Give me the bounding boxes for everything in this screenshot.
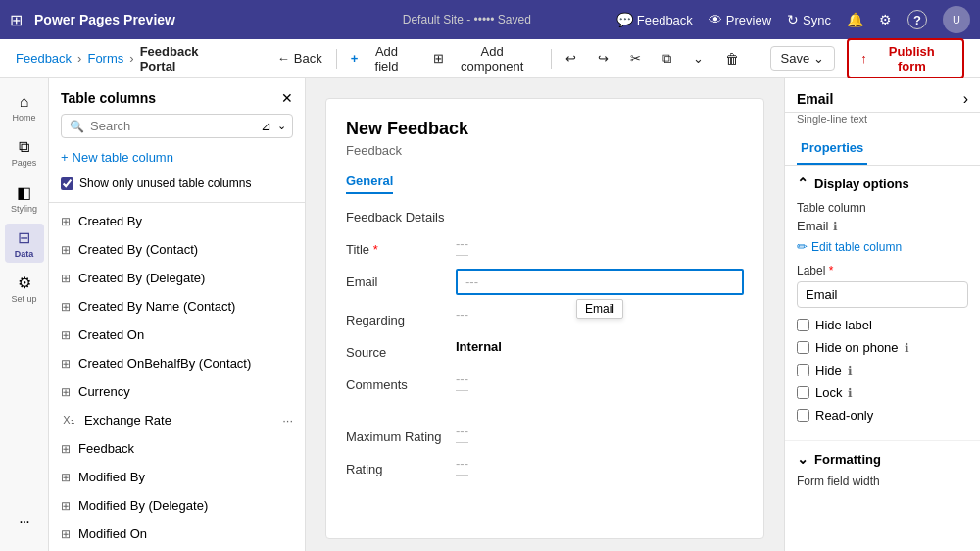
edit-table-column-link[interactable]: Edit table column: [797, 239, 968, 254]
more-button[interactable]: [685, 47, 711, 70]
add-component-button[interactable]: ⊞ Add component: [425, 40, 545, 77]
left-sidebar: Home ⧉ Pages ◧ Styling ⊟ Data ⚙ Set up ·…: [0, 78, 49, 551]
redo-button[interactable]: [590, 47, 616, 70]
right-panel-title: Email: [797, 91, 833, 107]
styling-label: Styling: [11, 204, 37, 214]
close-panel-button[interactable]: [281, 90, 293, 106]
help-icon[interactable]: [907, 10, 927, 29]
list-item[interactable]: Modified On: [49, 520, 305, 548]
save-label: Save: [781, 51, 810, 66]
publish-label: Publish form: [873, 44, 951, 74]
display-options-header[interactable]: Display options: [797, 175, 968, 191]
sync-action[interactable]: Sync: [787, 12, 831, 27]
data-label: Data: [15, 249, 34, 259]
form-subtitle: Feedback: [346, 143, 744, 158]
tab-properties[interactable]: Properties: [797, 132, 867, 165]
feedback-label: Feedback: [637, 13, 693, 27]
delete-icon: [725, 51, 739, 67]
field-value-source: Internal: [456, 339, 744, 354]
form-tab-general[interactable]: General: [346, 174, 393, 194]
list-item[interactable]: Created OnBehalfBy (Contact): [49, 349, 305, 377]
sidebar-item-styling[interactable]: ◧ Styling: [5, 178, 44, 218]
back-label: Back: [294, 51, 322, 66]
list-item[interactable]: Created By (Delegate): [49, 264, 305, 292]
save-button[interactable]: Save: [770, 46, 836, 71]
show-unused-checkbox[interactable]: [61, 177, 74, 190]
hide-phone-checkbox[interactable]: [797, 341, 809, 354]
form-section-title: Feedback Details: [346, 210, 744, 225]
display-options-section: Display options Table column Email Edit …: [785, 166, 980, 441]
sidebar-item-pages[interactable]: ⧉ Pages: [5, 133, 44, 173]
form-field-email[interactable]: Email --- Email: [346, 269, 744, 295]
add-column-icon: +: [61, 150, 69, 165]
table-col-value: Email: [797, 219, 829, 233]
copy-button[interactable]: [655, 47, 679, 71]
field-label-rating: Rating: [346, 456, 444, 476]
field-label-comments: Comments: [346, 372, 444, 392]
list-item[interactable]: Created By: [49, 207, 305, 235]
feedback-action[interactable]: Feedback: [616, 12, 693, 27]
sidebar-item-data[interactable]: ⊟ Data: [5, 224, 44, 263]
breadcrumb-sep1: ›: [77, 51, 81, 66]
undo-button[interactable]: [558, 47, 584, 70]
add-column-button[interactable]: + New table column: [61, 146, 173, 169]
list-item[interactable]: Created By (Contact): [49, 235, 305, 264]
sync-label: Sync: [803, 13, 831, 27]
list-item[interactable]: X₁ Exchange Rate ···: [49, 406, 305, 434]
cut-icon: [630, 51, 641, 66]
col-more-7[interactable]: ···: [282, 413, 293, 427]
list-item[interactable]: Feedback: [49, 434, 305, 463]
field-value-max-rating: ---: [456, 424, 744, 438]
hide-phone-option: Hide on phone: [797, 340, 968, 355]
hide-phone-text: Hide on phone: [815, 340, 899, 355]
publish-icon: [860, 51, 867, 66]
redo-icon: [598, 51, 609, 66]
filter-dropdown-icon[interactable]: ⌄: [277, 120, 286, 132]
sidebar-item-more[interactable]: ···: [5, 502, 44, 541]
formatting-chevron-icon: [797, 451, 808, 467]
list-item[interactable]: Modified By (Delegate): [49, 491, 305, 520]
field-label-email: Email: [346, 269, 444, 289]
hide-text: Hide: [815, 363, 842, 377]
publish-button[interactable]: Publish form: [847, 38, 964, 79]
back-icon: [277, 51, 290, 66]
notifications[interactable]: [847, 12, 863, 27]
sidebar-item-home[interactable]: Home: [5, 88, 44, 127]
col-name-10: Modified By (Delegate): [78, 498, 293, 513]
hide-info-icon: [848, 363, 853, 377]
feedback-icon: [616, 12, 633, 27]
settings-icon[interactable]: [879, 12, 892, 27]
cut-button[interactable]: [622, 47, 649, 70]
list-item[interactable]: Created By Name (Contact): [49, 292, 305, 321]
formatting-section: Formatting Form field width: [785, 441, 980, 502]
lock-checkbox[interactable]: [797, 386, 809, 399]
email-field-selected[interactable]: --- Email: [456, 269, 744, 295]
delete-button[interactable]: [717, 47, 747, 71]
form-field-rating: Rating ---: [346, 456, 744, 476]
topbar-actions: Feedback Preview Sync U: [616, 6, 970, 33]
preview-action[interactable]: Preview: [709, 12, 771, 27]
search-input[interactable]: [90, 119, 255, 133]
label-input[interactable]: [797, 281, 968, 308]
readonly-checkbox[interactable]: [797, 409, 809, 422]
hide-checkbox[interactable]: [797, 364, 809, 376]
list-item[interactable]: Created On: [49, 321, 305, 349]
list-item[interactable]: Currency: [49, 377, 305, 406]
breadcrumb-feedback[interactable]: Feedback: [16, 51, 72, 66]
filter-icon[interactable]: ⊿: [261, 119, 271, 133]
field-value-rating: ---: [456, 456, 744, 471]
grid-icon[interactable]: [10, 11, 23, 29]
add-field-button[interactable]: Add field: [343, 40, 419, 77]
undo-icon: [565, 51, 576, 66]
right-panel-chevron-icon[interactable]: [963, 90, 968, 108]
formatting-header[interactable]: Formatting: [797, 451, 968, 467]
breadcrumb-forms[interactable]: Forms: [87, 51, 123, 66]
user-avatar[interactable]: U: [943, 6, 970, 33]
hide-label-checkbox[interactable]: [797, 319, 809, 331]
setup-label: Set up: [11, 294, 36, 304]
back-button[interactable]: Back: [270, 47, 330, 70]
form-field-max-rating: Maximum Rating ---: [346, 424, 744, 444]
list-item[interactable]: Modified By: [49, 463, 305, 491]
panel-tabs: Properties: [785, 132, 980, 166]
sidebar-item-setup[interactable]: ⚙ Set up: [5, 269, 44, 308]
